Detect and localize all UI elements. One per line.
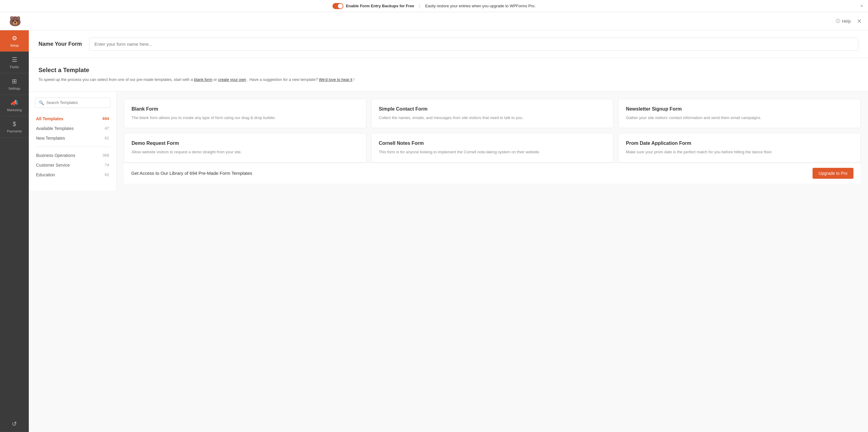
sidebar-bottom: ↺ bbox=[0, 416, 29, 432]
create-own-link[interactable]: create your own bbox=[218, 77, 246, 82]
sidebar-marketing-label: Marketing bbox=[7, 108, 22, 112]
sidebar-item-fields[interactable]: ☰ Fields bbox=[0, 52, 29, 73]
sidebar-item-setup[interactable]: ⚙ Setup bbox=[0, 30, 29, 52]
select-template-title: Select a Template bbox=[38, 67, 858, 74]
fields-icon: ☰ bbox=[12, 56, 17, 63]
bottom-cta: Get Access to Our Library of 694 Pre-Mad… bbox=[124, 163, 861, 184]
category-available-templates[interactable]: Available Templates 47 bbox=[35, 124, 110, 133]
template-cornell-notes-desc: This form is for anyone looking to imple… bbox=[379, 149, 606, 155]
template-end-text: ! bbox=[353, 77, 354, 82]
banner-divider: | bbox=[419, 3, 421, 9]
hear-it-link[interactable]: We'd love to hear it bbox=[319, 77, 352, 82]
sidebar-divider bbox=[35, 146, 110, 147]
sidebar-item-settings[interactable]: ⊞ Settings bbox=[0, 73, 29, 95]
help-button[interactable]: ⓘ Help bbox=[836, 19, 851, 24]
template-cornell-notes-title: Cornell Notes Form bbox=[379, 140, 606, 146]
category-available-count: 47 bbox=[105, 126, 109, 131]
template-demo-request-desc: Allow website visitors to request a demo… bbox=[131, 149, 359, 155]
sidebar-settings-label: Settings bbox=[8, 87, 21, 90]
payments-icon: $ bbox=[13, 121, 16, 128]
search-input[interactable] bbox=[46, 100, 106, 105]
template-body: 🔍 All Templates 694 Available Templates … bbox=[29, 92, 868, 191]
category-business-operations[interactable]: Business Operations 368 bbox=[35, 151, 110, 160]
sidebar-setup-label: Setup bbox=[10, 44, 19, 47]
sidebar-item-history[interactable]: ↺ bbox=[0, 416, 29, 432]
template-prom-date-title: Prom Date Application Form bbox=[626, 140, 853, 146]
category-new-templates[interactable]: New Templates 61 bbox=[35, 133, 110, 143]
category-new-label: New Templates bbox=[36, 136, 65, 140]
help-label: Help bbox=[842, 19, 851, 24]
template-simple-contact-desc: Collect the names, emails, and messages … bbox=[379, 115, 606, 121]
template-section-header: Select a Template To speed up the proces… bbox=[29, 58, 868, 92]
help-circle-icon: ⓘ bbox=[836, 19, 840, 24]
setup-icon: ⚙ bbox=[12, 35, 17, 42]
search-icon: 🔍 bbox=[39, 100, 44, 105]
template-card-newsletter[interactable]: Newsletter Signup Form Gather your site … bbox=[618, 99, 861, 128]
upgrade-button[interactable]: Upgrade to Pro bbox=[812, 168, 854, 179]
template-desc-text: To speed up the process you can select f… bbox=[38, 77, 194, 82]
category-education-count: 62 bbox=[105, 172, 109, 177]
template-card-cornell-notes[interactable]: Cornell Notes Form This form is for anyo… bbox=[371, 133, 614, 163]
header: 🐻 ⓘ Help ✕ bbox=[0, 12, 868, 30]
sidebar-item-payments[interactable]: $ Payments bbox=[0, 116, 29, 137]
template-card-blank-form[interactable]: Blank Form The blank form allows you to … bbox=[124, 99, 366, 128]
content-area: Name Your Form Select a Template To spee… bbox=[29, 30, 868, 432]
banner-close-button[interactable]: × bbox=[861, 3, 863, 9]
history-icon: ↺ bbox=[12, 420, 17, 428]
top-banner: Enable Form Entry Backups for Free | Eas… bbox=[0, 0, 868, 12]
template-demo-request-title: Demo Request Form bbox=[131, 140, 359, 146]
template-card-demo-request[interactable]: Demo Request Form Allow website visitors… bbox=[124, 133, 366, 163]
category-customer-service[interactable]: Customer Service 74 bbox=[35, 160, 110, 170]
template-or-text: or bbox=[213, 77, 218, 82]
category-business-label: Business Operations bbox=[36, 153, 75, 158]
category-education[interactable]: Education 62 bbox=[35, 170, 110, 180]
template-blank-form-title: Blank Form bbox=[131, 106, 359, 112]
template-description: To speed up the process you can select f… bbox=[38, 77, 858, 83]
template-card-simple-contact[interactable]: Simple Contact Form Collect the names, e… bbox=[371, 99, 614, 128]
template-blank-form-desc: The blank form allows you to create any … bbox=[131, 115, 359, 121]
bottom-cta-text: Get Access to Our Library of 694 Pre-Mad… bbox=[131, 171, 252, 176]
category-all-label: All Templates bbox=[36, 116, 63, 121]
sidebar-fields-label: Fields bbox=[10, 65, 19, 69]
template-prom-date-desc: Make sure your prom date is the perfect … bbox=[626, 149, 853, 155]
sidebar-payments-label: Payments bbox=[7, 129, 22, 133]
banner-title: Enable Form Entry Backups for Free bbox=[346, 4, 414, 8]
logo: 🐻 bbox=[6, 12, 24, 30]
form-name-input[interactable] bbox=[89, 38, 858, 51]
category-customer-count: 74 bbox=[105, 163, 109, 167]
banner-description: Easily restore your entries when you upg… bbox=[425, 4, 535, 8]
template-sidebar: 🔍 All Templates 694 Available Templates … bbox=[29, 92, 117, 191]
category-business-count: 368 bbox=[102, 153, 109, 158]
backup-toggle[interactable] bbox=[333, 3, 343, 9]
template-grid-area: Blank Form The blank form allows you to … bbox=[117, 92, 868, 191]
logo-icon: 🐻 bbox=[9, 15, 21, 27]
category-customer-label: Customer Service bbox=[36, 163, 70, 168]
template-suggestion-text: . Have a suggestion for a new template? bbox=[247, 77, 319, 82]
form-name-label: Name Your Form bbox=[38, 41, 82, 47]
settings-icon: ⊞ bbox=[12, 77, 17, 85]
category-available-label: Available Templates bbox=[36, 126, 74, 131]
template-grid: Blank Form The blank form allows you to … bbox=[124, 99, 861, 163]
blank-form-link[interactable]: blank form bbox=[194, 77, 213, 82]
banner-title-text: Enable Form Entry Backups for Free bbox=[346, 4, 414, 8]
marketing-icon: 📣 bbox=[10, 99, 18, 106]
template-newsletter-desc: Gather your site visitors' contact infor… bbox=[626, 115, 853, 121]
category-new-count: 61 bbox=[105, 136, 109, 140]
main-layout: ⚙ Setup ☰ Fields ⊞ Settings 📣 Marketing … bbox=[0, 30, 868, 432]
banner-content: Enable Form Entry Backups for Free | Eas… bbox=[333, 3, 535, 9]
category-all-templates[interactable]: All Templates 694 bbox=[35, 114, 110, 124]
template-simple-contact-title: Simple Contact Form bbox=[379, 106, 606, 112]
template-card-prom-date[interactable]: Prom Date Application Form Make sure you… bbox=[618, 133, 861, 163]
sidebar: ⚙ Setup ☰ Fields ⊞ Settings 📣 Marketing … bbox=[0, 30, 29, 432]
sidebar-item-marketing[interactable]: 📣 Marketing bbox=[0, 95, 29, 116]
form-name-section: Name Your Form bbox=[29, 30, 868, 58]
category-education-label: Education bbox=[36, 172, 55, 177]
category-all-count: 694 bbox=[102, 116, 109, 121]
search-box: 🔍 bbox=[35, 98, 110, 108]
header-close-button[interactable]: ✕ bbox=[857, 18, 862, 25]
template-newsletter-title: Newsletter Signup Form bbox=[626, 106, 853, 112]
